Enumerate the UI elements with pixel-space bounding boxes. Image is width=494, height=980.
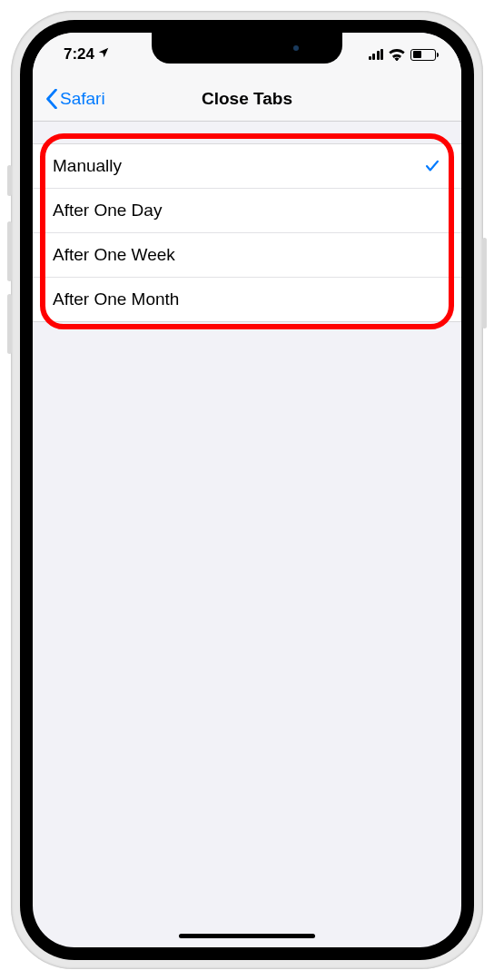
wifi-icon [389,49,405,61]
chevron-left-icon [45,89,58,109]
battery-level [413,51,421,58]
location-icon [97,45,110,64]
option-label: After One Month [53,289,179,309]
back-button[interactable]: Safari [45,89,105,109]
page-title: Close Tabs [202,89,292,109]
option-label: Manually [53,156,122,176]
option-after-one-week[interactable]: After One Week [33,232,461,277]
volume-up-button [7,221,12,281]
back-label: Safari [60,89,105,109]
option-label: After One Week [53,245,175,265]
option-manually[interactable]: Manually [33,144,461,188]
options-list: Manually After One Day After One Week Af… [33,143,461,322]
volume-down-button [7,294,12,354]
content-area: Manually After One Day After One Week Af… [33,122,461,322]
status-time: 7:24 [64,45,94,64]
screen: 7:24 [33,33,461,947]
cellular-icon [369,49,384,60]
navigation-bar: Safari Close Tabs [33,76,461,122]
battery-icon [410,49,436,61]
option-label: After One Day [53,201,162,220]
status-right [369,49,437,61]
option-after-one-day[interactable]: After One Day [33,188,461,232]
status-left: 7:24 [64,45,110,64]
notch [152,33,342,64]
silence-switch [7,165,12,196]
home-indicator[interactable] [179,934,315,938]
phone-bezel: 7:24 [20,20,474,960]
checkmark-icon [423,158,441,174]
front-camera [293,45,299,51]
phone-frame: 7:24 [11,11,483,969]
power-button [482,238,487,328]
option-after-one-month[interactable]: After One Month [33,277,461,321]
